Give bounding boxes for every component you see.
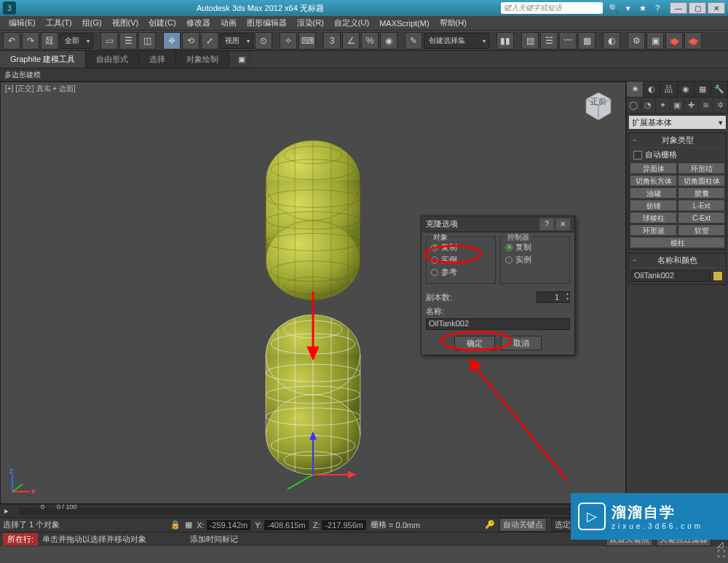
- layers-icon[interactable]: ☱: [540, 32, 558, 50]
- mirror-icon[interactable]: ▮▮: [496, 32, 514, 50]
- category-dropdown[interactable]: 扩展基本体: [629, 116, 726, 129]
- menu-views[interactable]: 视图(V): [108, 16, 143, 30]
- pctsnap-icon[interactable]: %: [361, 32, 379, 50]
- material-icon[interactable]: ◐: [603, 32, 620, 50]
- minimize-button[interactable]: —: [670, 2, 687, 14]
- anglesnap-icon[interactable]: ∠: [342, 32, 360, 50]
- menu-edit[interactable]: 编辑(E): [4, 16, 40, 30]
- autokey-button[interactable]: 自动关键点: [499, 518, 547, 532]
- rendersetup-icon[interactable]: ⚙: [628, 32, 645, 50]
- copies-spinner[interactable]: 1: [537, 291, 570, 303]
- menu-group[interactable]: 组(G): [78, 16, 106, 30]
- abs-rel-icon[interactable]: ▦: [185, 520, 192, 529]
- link-icon[interactable]: ⛓: [41, 32, 58, 50]
- quickrender-icon[interactable]: 🫖: [684, 32, 702, 50]
- add-time-tag[interactable]: 添加时间标记: [190, 534, 238, 545]
- renderframe-icon[interactable]: ▣: [646, 32, 664, 50]
- undo-icon[interactable]: ↶: [3, 32, 20, 50]
- select-icon[interactable]: ▭: [100, 32, 118, 50]
- btn-hose[interactable]: 软管: [678, 224, 725, 236]
- helpers-icon[interactable]: ✚: [684, 98, 699, 113]
- selset-dropdown[interactable]: 创建选择集: [424, 33, 489, 49]
- menu-modifiers[interactable]: 修改器: [182, 16, 215, 30]
- minmax-icon[interactable]: ⛶: [717, 549, 725, 558]
- dropdown-icon[interactable]: ▾: [623, 3, 633, 13]
- select-name-icon[interactable]: ☰: [119, 32, 137, 50]
- editselset-icon[interactable]: ✎: [405, 32, 422, 50]
- tab-selection[interactable]: 选择: [139, 51, 176, 68]
- btn-capsule[interactable]: 胶囊: [678, 187, 725, 199]
- btn-torusknot[interactable]: 环形结: [678, 162, 725, 174]
- btn-prism[interactable]: 棱柱: [630, 237, 725, 248]
- manip-icon[interactable]: ✧: [280, 32, 297, 50]
- hierarchy-tab-icon[interactable]: 品: [660, 82, 677, 97]
- systems-icon[interactable]: ✲: [713, 98, 728, 113]
- keymode-icon[interactable]: ⌨: [298, 32, 316, 50]
- coord-z-input[interactable]: -217.956m: [322, 520, 366, 530]
- search-icon[interactable]: 🔍: [609, 3, 619, 13]
- pivot-icon[interactable]: ⊙: [255, 32, 272, 50]
- display-tab-icon[interactable]: ▦: [695, 82, 711, 97]
- coord-x-input[interactable]: -259.142m: [207, 520, 251, 530]
- btn-chamferbox[interactable]: 切角长方体: [630, 175, 677, 186]
- radio-ctrl-instance[interactable]: [505, 256, 513, 264]
- clone-name-input[interactable]: OilTank002: [426, 318, 570, 330]
- rollup-name-color[interactable]: 名称和颜色: [629, 253, 726, 268]
- btn-ringwave[interactable]: 环形波: [630, 224, 677, 236]
- select-region-icon[interactable]: ◫: [138, 32, 156, 50]
- star-icon[interactable]: ★: [638, 3, 648, 13]
- radio-copy[interactable]: [431, 244, 438, 251]
- dialog-close-button[interactable]: ✕: [555, 218, 570, 230]
- btn-hedra[interactable]: 异面体: [630, 162, 677, 174]
- btn-chamfercyl[interactable]: 切角圆柱体: [678, 175, 725, 186]
- coord-y-input[interactable]: -408.615m: [264, 520, 309, 530]
- spacewarps-icon[interactable]: ≋: [699, 98, 713, 113]
- lock-icon[interactable]: 🔒: [170, 520, 181, 529]
- btn-oiltank[interactable]: 油罐: [630, 187, 677, 199]
- move-icon[interactable]: ✥: [163, 32, 181, 50]
- create-tab-icon[interactable]: ✳: [627, 82, 644, 97]
- refcoord-dropdown[interactable]: 视图: [220, 33, 253, 49]
- btn-spindle[interactable]: 纺锤: [630, 200, 677, 211]
- geometry-icon[interactable]: ◯: [627, 98, 641, 113]
- menu-customize[interactable]: 自定义(U): [330, 16, 373, 30]
- utilities-tab-icon[interactable]: 🔧: [711, 82, 728, 97]
- align-icon[interactable]: ▤: [521, 32, 539, 50]
- menu-rendering[interactable]: 渲染(R): [293, 16, 328, 30]
- dialog-help-button[interactable]: ?: [539, 218, 554, 230]
- ribbon-subpanel[interactable]: 多边形建模: [0, 68, 728, 82]
- scale-icon[interactable]: ⤢: [201, 32, 218, 50]
- fov-icon[interactable]: ◿: [717, 540, 725, 549]
- close-button[interactable]: ✕: [708, 2, 725, 14]
- snap3-icon[interactable]: 3: [323, 32, 341, 50]
- rollup-object-type[interactable]: 对象类型: [629, 133, 726, 148]
- maximize-button[interactable]: ▢: [689, 2, 706, 14]
- key-icon[interactable]: 🔑: [485, 520, 495, 529]
- object-name-input[interactable]: OilTank002: [631, 270, 711, 282]
- radio-instance[interactable]: [431, 256, 438, 264]
- menu-animation[interactable]: 动画: [216, 16, 241, 30]
- btn-gengon[interactable]: 球棱柱: [630, 212, 677, 224]
- redo-icon[interactable]: ↷: [22, 32, 39, 50]
- tab-freeform[interactable]: 自由形式: [86, 51, 139, 68]
- cancel-button[interactable]: 取消: [501, 336, 542, 350]
- render-icon[interactable]: 🫖: [665, 32, 683, 50]
- menu-maxscript[interactable]: MAXScript(M): [375, 17, 433, 29]
- cameras-icon[interactable]: ▣: [670, 98, 685, 113]
- curveeditor-icon[interactable]: 〰: [559, 32, 577, 50]
- menu-tools[interactable]: 工具(T): [41, 16, 76, 30]
- timeline-toggle-icon[interactable]: ▸: [4, 506, 15, 516]
- spinnersnap-icon[interactable]: ◉: [380, 32, 397, 50]
- lights-icon[interactable]: ✦: [656, 98, 670, 113]
- radio-ctrl-copy[interactable]: [505, 244, 513, 251]
- ribbon-expand-icon[interactable]: ▣: [234, 51, 250, 67]
- tab-objectpaint[interactable]: 对象绘制: [176, 51, 229, 68]
- help-icon[interactable]: ?: [652, 3, 662, 13]
- motion-tab-icon[interactable]: ◉: [678, 82, 695, 97]
- menu-help[interactable]: 帮助(H): [435, 16, 471, 30]
- shapes-icon[interactable]: ◔: [641, 98, 656, 113]
- btn-lext[interactable]: L-Ext: [678, 200, 725, 211]
- autogrid-checkbox[interactable]: [633, 151, 642, 160]
- modify-tab-icon[interactable]: ◐: [644, 82, 660, 97]
- rotate-icon[interactable]: ⟲: [182, 32, 199, 50]
